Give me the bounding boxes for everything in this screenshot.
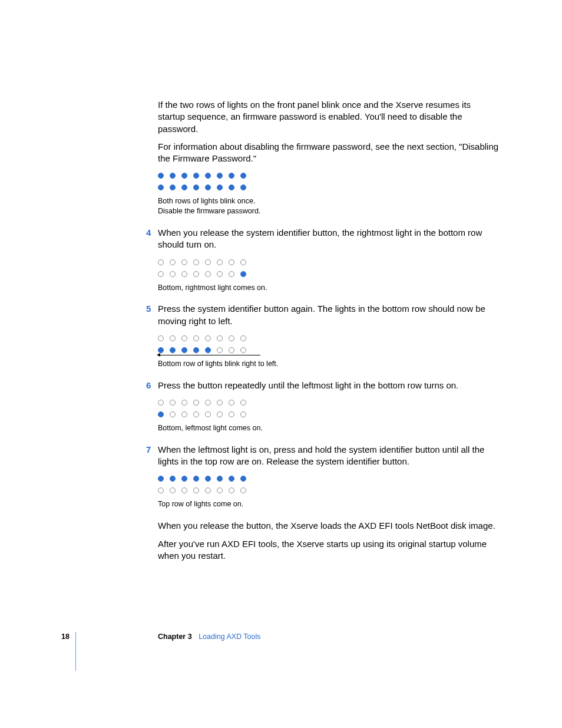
light-off-icon	[229, 335, 234, 341]
light-off-icon	[170, 271, 176, 277]
footer-rule	[75, 632, 76, 671]
step-number: 6	[146, 380, 151, 391]
light-off-icon	[217, 400, 223, 406]
step-text: Press the system identifier button again…	[158, 304, 485, 325]
light-on-icon	[217, 476, 223, 482]
light-on-icon	[240, 476, 246, 482]
light-on-icon	[170, 185, 176, 190]
light-on-icon	[240, 185, 246, 190]
light-off-icon	[193, 271, 199, 277]
light-on-icon	[158, 185, 164, 190]
light-off-icon	[240, 259, 246, 265]
light-off-icon	[181, 259, 187, 265]
chapter-label: Chapter 3	[158, 633, 192, 641]
light-on-icon	[193, 185, 199, 190]
light-on-icon	[229, 173, 234, 179]
light-off-icon	[170, 400, 176, 406]
step-6: 6 Press the button repeatedly until the …	[158, 380, 500, 391]
light-off-icon	[181, 271, 187, 277]
light-on-icon	[158, 411, 164, 417]
light-on-icon	[217, 185, 223, 190]
chapter-title: Loading AXD Tools	[199, 633, 260, 641]
step-text: When you release the system identifier b…	[158, 228, 482, 249]
lights-row-bottom	[158, 411, 500, 417]
light-off-icon	[193, 487, 199, 493]
page-number: 18	[61, 632, 70, 642]
light-off-icon	[170, 411, 176, 417]
light-off-icon	[170, 259, 176, 265]
light-off-icon	[193, 411, 199, 417]
step-text: Press the button repeatedly until the le…	[158, 380, 458, 390]
lights-row-top	[158, 259, 500, 265]
arrow-left-icon	[157, 353, 260, 358]
lights-row-bottom	[158, 271, 500, 277]
light-off-icon	[205, 259, 211, 265]
lights-row-top	[158, 476, 500, 482]
light-off-icon	[193, 335, 199, 341]
arrow-row	[158, 347, 500, 353]
light-on-icon	[170, 347, 176, 353]
light-off-icon	[240, 347, 246, 353]
figure-step-4: Bottom, rightmost light comes on.	[158, 259, 500, 293]
figure-caption: Top row of lights come on.	[158, 499, 500, 509]
light-off-icon	[205, 400, 211, 406]
light-off-icon	[229, 400, 234, 406]
light-off-icon	[229, 487, 234, 493]
figure-step-6: Bottom, leftmost light comes on.	[158, 400, 500, 433]
light-on-icon	[158, 347, 164, 353]
arrow-line-icon	[159, 355, 260, 355]
light-on-icon	[229, 476, 234, 482]
light-off-icon	[240, 487, 246, 493]
light-off-icon	[205, 335, 211, 341]
light-on-icon	[205, 476, 211, 482]
content-column: If the two rows of lights on the front p…	[158, 99, 500, 568]
light-on-icon	[217, 173, 223, 179]
light-on-icon	[205, 173, 211, 179]
light-on-icon	[181, 347, 187, 353]
light-off-icon	[158, 335, 164, 341]
closing-para-2: After you've run AXD EFI tools, the Xser…	[158, 538, 500, 562]
light-off-icon	[229, 347, 234, 353]
step-number: 7	[146, 444, 151, 456]
light-off-icon	[181, 400, 187, 406]
lights-row-bottom	[158, 185, 500, 190]
light-off-icon	[158, 259, 164, 265]
lights-row-top	[158, 335, 500, 341]
figure-caption: Bottom, leftmost light comes on.	[158, 423, 500, 433]
light-on-icon	[170, 173, 176, 179]
light-off-icon	[205, 487, 211, 493]
light-on-icon	[158, 476, 164, 482]
light-off-icon	[217, 259, 223, 265]
figure-step-7: Top row of lights come on.	[158, 476, 500, 509]
light-off-icon	[217, 335, 223, 341]
step-4: 4 When you release the system identifier…	[158, 227, 500, 251]
light-off-icon	[240, 335, 246, 341]
page: If the two rows of lights on the front p…	[0, 0, 562, 728]
light-on-icon	[193, 347, 199, 353]
light-on-icon	[240, 271, 246, 277]
light-off-icon	[181, 487, 187, 493]
light-on-icon	[158, 173, 164, 179]
lights-row-top	[158, 400, 500, 406]
light-on-icon	[181, 476, 187, 482]
light-off-icon	[217, 411, 223, 417]
light-on-icon	[170, 476, 176, 482]
light-off-icon	[217, 347, 223, 353]
light-on-icon	[181, 185, 187, 190]
light-off-icon	[205, 271, 211, 277]
light-on-icon	[193, 476, 199, 482]
light-off-icon	[229, 259, 234, 265]
light-off-icon	[229, 271, 234, 277]
step-text: When the leftmost light is on, press and…	[158, 444, 484, 466]
intro-para-2: For information about disabling the firm…	[158, 141, 500, 165]
light-off-icon	[158, 400, 164, 406]
figure-1-caption-1: Both rows of lights blink once.	[158, 196, 500, 206]
light-off-icon	[229, 411, 234, 417]
light-off-icon	[193, 259, 199, 265]
light-off-icon	[240, 400, 246, 406]
light-off-icon	[240, 411, 246, 417]
figure-1-caption-2: Disable the firmware password.	[158, 206, 500, 216]
light-off-icon	[170, 487, 176, 493]
lights-row-top	[158, 173, 500, 179]
light-off-icon	[181, 335, 187, 341]
